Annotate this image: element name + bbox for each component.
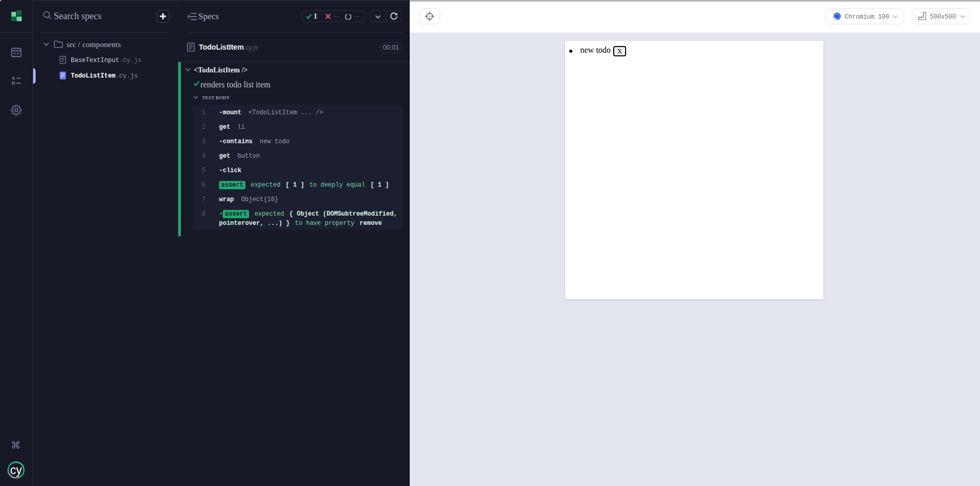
svg-text:cy: cy	[10, 463, 23, 477]
